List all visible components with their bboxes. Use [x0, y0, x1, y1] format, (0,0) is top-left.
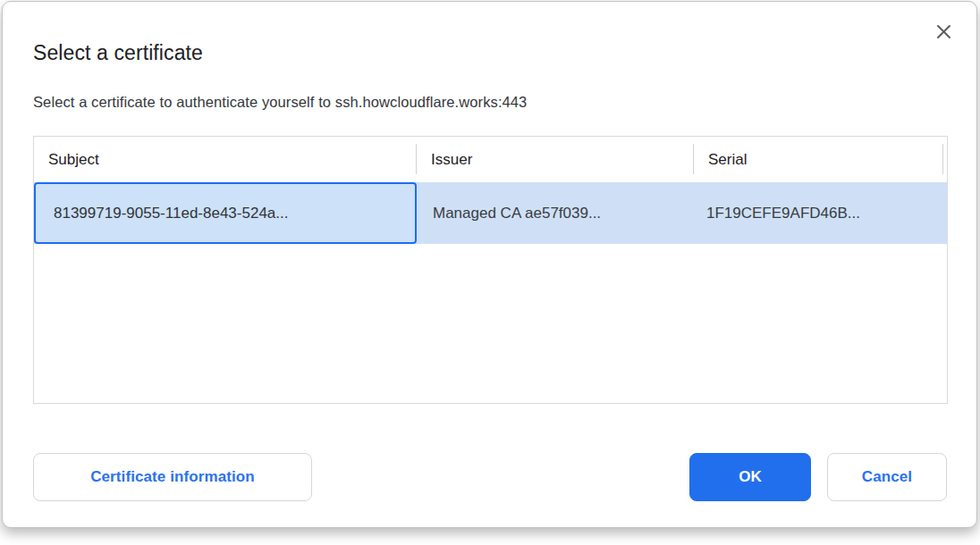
- close-icon: [935, 23, 952, 43]
- column-divider: [942, 144, 943, 174]
- dialog-footer: Certificate information OK Cancel: [3, 453, 976, 501]
- column-header-issuer[interactable]: Issuer: [417, 137, 694, 182]
- column-header-serial[interactable]: Serial: [694, 137, 947, 182]
- page-title: Select a certificate: [33, 41, 203, 65]
- certificate-select-dialog: Select a certificate Select a certificat…: [2, 1, 977, 528]
- certificate-information-button[interactable]: Certificate information: [33, 453, 312, 501]
- screen: Select a certificate Select a certificat…: [0, 0, 980, 545]
- column-header-subject-label: Subject: [48, 151, 99, 169]
- cell-serial[interactable]: 1F19CEFE9AFD46B...: [694, 182, 947, 244]
- dialog-subtitle: Select a certificate to authenticate you…: [33, 94, 527, 111]
- column-header-serial-label: Serial: [708, 151, 747, 169]
- close-button[interactable]: [932, 21, 955, 45]
- cell-subject[interactable]: 81399719-9055-11ed-8e43-524a...: [34, 182, 417, 244]
- cell-issuer[interactable]: Managed CA ae57f039...: [417, 182, 694, 244]
- certificate-table: Subject Issuer Serial 81399719-9055-11ed…: [33, 136, 948, 404]
- certificate-row-selected[interactable]: 81399719-9055-11ed-8e43-524a... Managed …: [34, 182, 947, 244]
- ok-button[interactable]: OK: [689, 453, 811, 501]
- table-header-row: Subject Issuer Serial: [34, 137, 947, 182]
- column-header-issuer-label: Issuer: [431, 151, 472, 169]
- cancel-button[interactable]: Cancel: [827, 453, 947, 501]
- column-header-subject[interactable]: Subject: [34, 137, 417, 182]
